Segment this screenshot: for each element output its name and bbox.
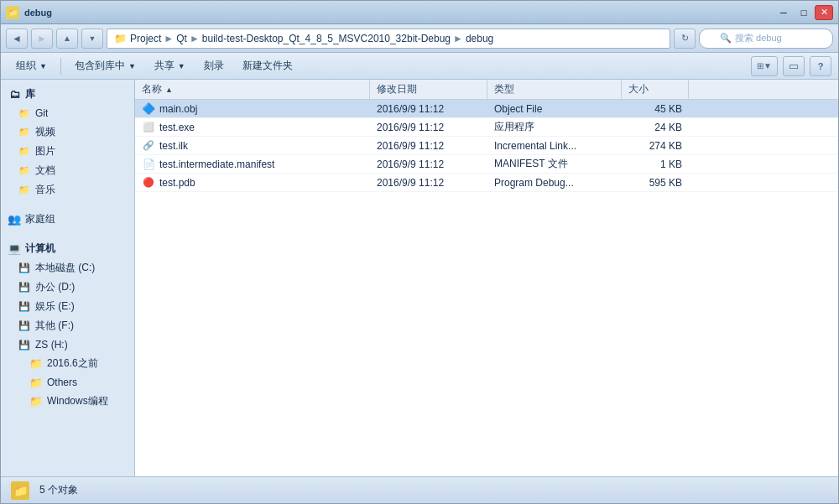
search-box[interactable]: 🔍 搜索 debug [699, 29, 833, 49]
drive-d-icon: 💾 [18, 281, 31, 294]
window-controls: ─ □ ✕ [774, 5, 833, 20]
sidebar-label-computer: 计算机 [25, 242, 55, 256]
status-bar: 📁 5 个对象 [1, 476, 838, 503]
new-folder-button[interactable]: 新建文件夹 [234, 55, 301, 77]
sidebar-item-homegroup[interactable]: 👥 家庭组 [1, 210, 134, 229]
maximize-button[interactable]: □ [795, 5, 813, 20]
path-qt: Qt [176, 33, 187, 44]
sidebar-item-drive-d[interactable]: 💾 办公 (D:) [1, 278, 134, 297]
sidebar-item-drive-c[interactable]: 💾 本地磁盘 (C:) [1, 258, 134, 278]
path-debug: debug [466, 33, 493, 44]
sidebar-spacer-2 [1, 232, 134, 239]
col-header-date[interactable]: 修改日期 [370, 80, 487, 99]
sidebar-label-docs: 文档 [35, 164, 55, 178]
back-button[interactable]: ◄ [6, 29, 28, 49]
file-row-test-ilk[interactable]: 🔗 test.ilk 2016/9/9 11:12 Incremental Li… [135, 137, 838, 155]
col-header-name[interactable]: 名称 ▲ [135, 80, 370, 99]
sidebar-label-git: Git [35, 107, 48, 119]
file-row-test-manifest[interactable]: 📄 test.intermediate.manifest 2016/9/9 11… [135, 155, 838, 174]
library-icon: 🗂 [8, 88, 21, 101]
sidebar-item-drive-h[interactable]: 💾 ZS (H:) [1, 335, 134, 354]
file-name-test-exe: ⬜ test.exe [135, 121, 370, 134]
sidebar-section-computer: 💻 计算机 💾 本地磁盘 (C:) 💾 办公 (D:) 💾 娱乐 (E:) 💾 [1, 239, 134, 411]
file-icon-test-exe: ⬜ [142, 121, 155, 134]
file-row-test-exe[interactable]: ⬜ test.exe 2016/9/9 11:12 应用程序 24 KB [135, 118, 838, 137]
file-name-test-pdb: 🔴 test.pdb [135, 176, 370, 190]
sidebar-label-library: 库 [25, 87, 35, 101]
address-bar: ◄ ► ▲ ▼ 📁 Project ► Qt ► build-test-Desk… [1, 24, 838, 53]
file-row-test-pdb[interactable]: 🔴 test.pdb 2016/9/9 11:12 Program Debug.… [135, 174, 838, 192]
file-date-test-pdb: 2016/9/9 11:12 [370, 177, 487, 189]
organize-arrow: ▼ [39, 62, 47, 70]
file-name-main-obj: 🔷 main.obj [135, 102, 370, 116]
file-icon-test-manifest: 📄 [142, 158, 155, 171]
preview-button[interactable]: ▭ [783, 56, 805, 76]
file-icon-test-ilk: 🔗 [142, 139, 155, 153]
recent-button[interactable]: ▼ [81, 29, 103, 49]
sidebar-item-drive-e[interactable]: 💾 娱乐 (E:) [1, 297, 134, 316]
organize-label: 组织 [16, 59, 36, 73]
sidebar-item-2016[interactable]: 📁 2016.6之前 [1, 354, 134, 373]
file-size-test-exe: 24 KB [622, 122, 689, 133]
file-type-test-pdb: Program Debug... [487, 177, 622, 189]
sidebar-item-images[interactable]: 📁 图片 [1, 142, 134, 161]
sidebar-item-library[interactable]: 🗂 库 [1, 85, 134, 104]
sidebar-item-drive-f[interactable]: 💾 其他 (F:) [1, 316, 134, 335]
file-date-test-ilk: 2016/9/9 11:12 [370, 140, 487, 152]
file-type-test-ilk: Incremental Link... [487, 140, 622, 152]
sidebar-label-drive-d: 办公 (D:) [35, 280, 75, 294]
sidebar-item-windows-prog[interactable]: 📁 Windows编程 [1, 392, 134, 411]
music-icon: 📁 [18, 184, 31, 197]
search-icon: 🔍 [720, 33, 732, 44]
view-options-button[interactable]: ⊞▼ [751, 56, 778, 76]
git-icon: 📁 [18, 107, 31, 120]
new-folder-label: 新建文件夹 [242, 59, 293, 73]
file-area: 名称 ▲ 修改日期 类型 大小 🔷 main.obj [135, 80, 838, 476]
burn-label: 刻录 [204, 59, 224, 73]
sidebar-item-others[interactable]: 📁 Others [1, 373, 134, 392]
folder-others-icon: 📁 [29, 376, 43, 389]
help-button[interactable]: ? [810, 56, 831, 76]
organize-button[interactable]: 组织 ▼ [8, 55, 55, 77]
sidebar-label-drive-c: 本地磁盘 (C:) [35, 261, 95, 275]
path-sep-3: ► [453, 33, 463, 44]
folder-2016-icon: 📁 [29, 357, 43, 371]
col-header-type[interactable]: 类型 [487, 80, 622, 99]
burn-button[interactable]: 刻录 [195, 55, 232, 77]
up-button[interactable]: ▲ [56, 29, 78, 49]
close-button[interactable]: ✕ [815, 5, 833, 20]
window-icon: 📁 [6, 6, 19, 19]
share-button[interactable]: 共享 ▼ [146, 55, 194, 77]
drive-c-icon: 💾 [18, 262, 31, 275]
refresh-button[interactable]: ↻ [674, 29, 696, 49]
path-sep-1: ► [164, 33, 174, 44]
file-row-main-obj[interactable]: 🔷 main.obj 2016/9/9 11:12 Object File 45… [135, 100, 838, 118]
file-date-test-exe: 2016/9/9 11:12 [370, 122, 487, 133]
images-icon: 📁 [18, 145, 31, 158]
sidebar-item-music[interactable]: 📁 音乐 [1, 180, 134, 200]
sidebar-label-windows-prog: Windows编程 [47, 394, 108, 408]
include-button[interactable]: 包含到库中 ▼ [66, 55, 144, 77]
sidebar-item-git[interactable]: 📁 Git [1, 104, 134, 122]
status-count: 5 个对象 [39, 483, 78, 497]
drive-h-icon: 💾 [18, 338, 31, 351]
file-type-main-obj: Object File [487, 103, 622, 115]
file-date-test-manifest: 2016/9/9 11:12 [370, 158, 487, 170]
sidebar-item-computer[interactable]: 💻 计算机 [1, 239, 134, 258]
toolbar: 组织 ▼ 包含到库中 ▼ 共享 ▼ 刻录 新建文件夹 ⊞▼ ▭ ? [1, 53, 838, 80]
main-area: 🗂 库 📁 Git 📁 视频 📁 图片 📁 文档 [1, 80, 838, 476]
docs-icon: 📁 [18, 164, 31, 178]
file-size-test-ilk: 274 KB [622, 140, 689, 152]
forward-button[interactable]: ► [31, 29, 53, 49]
sidebar-label-video: 视频 [35, 125, 55, 139]
sidebar-item-docs[interactable]: 📁 文档 [1, 161, 134, 180]
address-path[interactable]: 📁 Project ► Qt ► build-test-Desktop_Qt_4… [107, 29, 670, 49]
file-icon-main-obj: 🔷 [142, 102, 155, 116]
window: 📁 debug ─ □ ✕ ◄ ► ▲ ▼ 📁 Project ► Qt ► b… [0, 0, 839, 504]
sidebar-spacer-1 [1, 203, 134, 210]
sidebar-item-video[interactable]: 📁 视频 [1, 122, 134, 142]
minimize-button[interactable]: ─ [774, 5, 793, 20]
col-header-size[interactable]: 大小 [622, 80, 689, 99]
file-type-test-manifest: MANIFEST 文件 [487, 157, 622, 171]
include-label: 包含到库中 [75, 59, 125, 73]
